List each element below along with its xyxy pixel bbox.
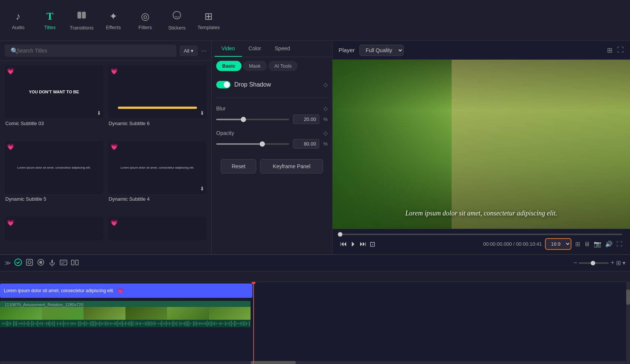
subtitle-track[interactable]: Lorem ipsum dolor sit amet, consectetur … [0,283,252,298]
play-pause-button[interactable]: ⏵ [350,240,357,248]
subtitle-heart-icon: 💗 [117,288,124,294]
vertical-scrollbar[interactable] [626,282,630,364]
tab-speed[interactable]: Speed [268,41,297,57]
toolbar-titles-label: Titles [44,25,56,30]
toolbar-filters[interactable]: ◎ Filters [130,3,160,37]
record-button[interactable] [37,258,45,268]
blur-slider-row: 20.00 % [216,115,328,124]
expand-icon[interactable]: ⛶ [616,241,622,248]
grid-button[interactable]: ⊞ [616,259,621,266]
video-preview: Lorem ipsum dolor sit amet, consectetur … [333,60,630,229]
toolbar-templates[interactable]: ⊞ Templates [193,3,224,37]
badge-icon: 💗 [7,68,14,75]
thumbnail-partial-1: 💗 [5,217,104,240]
step-forward-button[interactable]: ⏭ [360,240,367,248]
keyframe-panel-button[interactable]: Keyframe Panel [260,159,323,173]
split-button[interactable] [71,258,79,268]
toolbar-transitions-label: Transitions [70,25,93,31]
svg-rect-4 [26,259,33,265]
sub-tab-mask[interactable]: Mask [243,61,267,71]
step-back-button[interactable]: ⏮ [340,240,347,248]
toolbar-audio[interactable]: ♪ Audio [3,3,33,37]
thumb-label: Dynamic Subtitle 5 [5,196,104,202]
main-tab-row: Video Color Speed [212,41,332,57]
timeline-ruler: 00:00:02:00 00:00:04:00 00:00:06:00 00:0… [0,271,630,282]
horizontal-scroll-thumb[interactable] [251,361,296,364]
toolbar-stickers-label: Stickers [168,25,186,31]
blur-slider-thumb[interactable] [241,117,246,122]
more-timeline-button[interactable]: ▾ [622,259,625,266]
sub-tab-basic[interactable]: Basic [216,61,241,71]
toolbar-transitions[interactable]: Transitions [67,3,97,37]
stickers-icon [172,10,182,23]
zoom-thumb[interactable] [591,261,595,265]
quality-select[interactable]: Full Quality [359,45,404,56]
subtitle-button[interactable] [59,258,68,268]
video-track[interactable]: 1110679_Amusement_Relation_1280x720 // W… [0,301,251,327]
more-options-button[interactable]: ··· [201,47,207,55]
scroll-thumb[interactable] [626,290,630,305]
download-icon[interactable]: ⬇ [200,186,204,192]
loop-button[interactable]: ⊡ [370,240,375,248]
audio-icon-btn[interactable] [48,258,56,268]
list-item[interactable]: 💗 YOU DON'T WANT TO BE ⬇ Comic Subtitle … [5,65,104,136]
svg-rect-0 [77,12,81,19]
thumb-label: Dynamic Subtitle 4 [108,196,207,202]
audio-icon: ♪ [16,11,21,22]
opacity-slider-thumb[interactable] [260,141,265,147]
progress-thumb[interactable] [338,232,342,237]
opacity-label: Opacity ◇ [216,130,328,136]
blur-slider-fill [216,119,243,120]
grid-overlay-icon[interactable]: ⊞ [575,240,580,248]
toolbar-templates-label: Templates [197,25,220,30]
progress-track[interactable] [340,234,622,235]
list-item[interactable]: 💗 Lorem ipsum dolor sit amet, consectetu… [5,141,104,212]
list-item[interactable]: 💗 Lorem ipsum dolor sit amet, consectetu… [108,141,207,212]
toolbar-effects[interactable]: ✦ Effects [98,3,128,37]
volume-icon[interactable]: 🔊 [605,240,613,248]
list-item[interactable]: 💗 ⬇ Dynamic Subtitle 6 [108,65,207,136]
svg-point-3 [15,259,22,266]
zoom-minus-button[interactable]: − [573,259,577,267]
svg-point-7 [39,261,42,264]
progress-bar-row [340,232,622,237]
opacity-value[interactable]: 80.00 [293,139,319,149]
playhead[interactable] [253,282,254,364]
download-icon[interactable]: ⬇ [97,110,101,116]
left-panel: 🔍 All ▾ ··· 💗 YOU DON'T WANT TO BE ⬇ Com… [0,41,212,254]
blur-value[interactable]: 20.00 [293,115,319,124]
download-icon[interactable]: ⬇ [200,110,204,116]
drop-shadow-toggle[interactable] [216,81,231,88]
horizontal-scrollbar[interactable] [0,361,626,364]
blur-slider[interactable] [216,119,289,120]
auto-reframe-button[interactable] [25,258,34,268]
toolbar-stickers[interactable]: Stickers [162,3,192,37]
camera-icon[interactable]: 📷 [594,240,601,248]
preview-background [333,60,630,229]
opacity-slider[interactable] [216,143,289,145]
filter-button[interactable]: All ▾ [180,45,198,56]
list-item[interactable]: 💗 [5,217,104,250]
ctrl-icons: 16:9 ⊞ 🖥 📷 🔊 ⛶ [545,238,622,250]
sub-tab-ai-tools[interactable]: AI Tools [268,61,298,71]
list-item[interactable]: 💗 [108,217,207,250]
expand-collapse-button[interactable]: ≫ [5,259,11,266]
divider [216,98,328,98]
reset-button[interactable]: Reset [221,159,256,173]
tab-color[interactable]: Color [242,41,268,57]
opacity-slider-row: 80.00 % [216,139,328,149]
zoom-track[interactable] [579,262,609,264]
aspect-ratio-select[interactable]: 16:9 [545,238,571,250]
search-input[interactable] [5,45,176,57]
grid-view-icon[interactable]: ⊞ [607,46,613,54]
subtitle-track-row: Lorem ipsum dolor sit amet, consectetur … [0,283,630,299]
opacity-slider-fill [216,143,262,145]
fullscreen-icon[interactable]: ⛶ [617,46,624,54]
preview-person-overlay [452,60,630,229]
screen-icon[interactable]: 🖥 [584,241,590,248]
toolbar-titles[interactable]: T Titles [35,3,65,37]
smart-clip-button[interactable] [14,258,22,268]
time-display: 00:00:00.000 / 00:00:10:41 [483,241,542,247]
tab-video[interactable]: Video [215,41,242,57]
zoom-plus-button[interactable]: + [610,259,615,267]
